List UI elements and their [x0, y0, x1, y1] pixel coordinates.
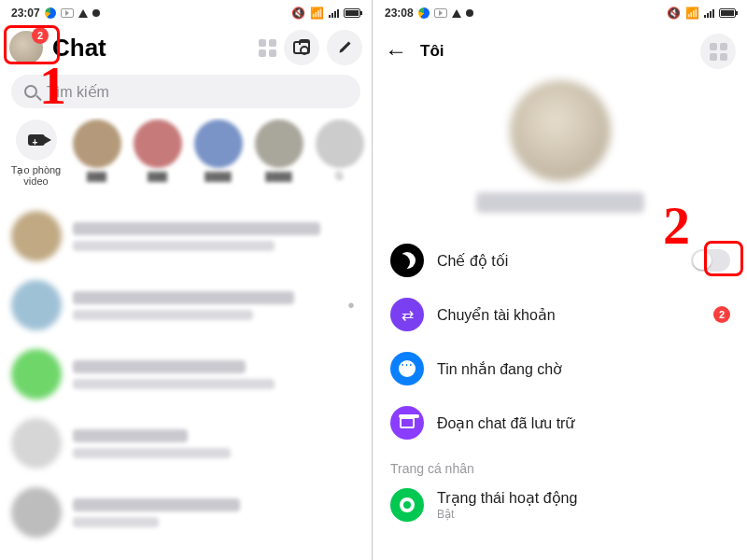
search-placeholder: Tìm kiếm [47, 83, 109, 101]
section-header: Trang cá nhân [390, 450, 730, 478]
moon-icon [390, 244, 424, 277]
active-status-row[interactable]: Trạng thái hoạt động Bật [390, 478, 730, 532]
story-item[interactable]: ███ [70, 119, 123, 192]
create-room-label: Tạo phòng video [9, 164, 63, 187]
status-bar: 23:07 🔇 📶 [0, 0, 372, 26]
archived-label: Đoạn chat đã lưu trữ [437, 414, 730, 432]
archive-icon [390, 406, 424, 440]
conversation-list: • [0, 202, 372, 547]
switch-account-row[interactable]: ⇄ Chuyển tài khoản 2 [390, 287, 730, 342]
active-status-icon [390, 488, 424, 522]
page-title: Chat [52, 34, 249, 63]
conversation-item[interactable]: • [9, 271, 362, 340]
app-icon [45, 7, 56, 19]
pending-messages-label: Tin nhắn đang chờ [437, 360, 730, 378]
video-icon: + [28, 134, 45, 146]
camera-icon [293, 41, 310, 54]
right-screenshot: 23:08 🔇 📶 ← Tôi Chế độ tối ⇄ Chuyển tà [374, 0, 747, 560]
pending-messages-row[interactable]: Tin nhắn đang chờ [390, 342, 730, 396]
mute-icon: 🔇 [291, 7, 305, 20]
apps-grid-icon[interactable] [259, 39, 276, 57]
conversation-item[interactable] [9, 409, 362, 478]
dark-mode-toggle[interactable] [691, 249, 730, 272]
pencil-icon [334, 37, 356, 59]
story-item[interactable]: ████ [252, 119, 305, 192]
create-room-button[interactable]: + Tạo phòng video [9, 119, 63, 187]
apps-grid-icon [710, 43, 727, 61]
stories-row: + Tạo phòng video ███ ███ ████ ████ G [0, 118, 372, 202]
switch-badge: 2 [713, 306, 730, 323]
story-item[interactable]: ████ [191, 119, 245, 192]
active-status-sub: Bật [437, 508, 577, 521]
search-icon [24, 85, 37, 98]
dot-icon [466, 9, 473, 17]
mute-icon: 🔇 [667, 7, 681, 20]
youtube-icon [61, 8, 74, 18]
battery-icon [344, 8, 360, 18]
archived-chats-row[interactable]: Đoạn chat đã lưu trữ [390, 396, 730, 450]
story-item[interactable]: ███ [131, 119, 184, 192]
story-item[interactable]: G [313, 119, 366, 192]
dark-mode-row[interactable]: Chế độ tối [390, 233, 730, 287]
conversation-item[interactable] [9, 478, 362, 547]
battery-icon [719, 8, 736, 18]
profile-avatar-large[interactable] [510, 80, 611, 181]
profile-section [374, 75, 747, 228]
wifi-icon: 📶 [310, 7, 324, 20]
chat-header: 2 Chat [0, 26, 372, 73]
signal-icon [329, 8, 339, 18]
compose-button[interactable] [327, 30, 362, 65]
active-status-label: Trạng thái hoạt động [437, 489, 577, 507]
page-title: Tôi [420, 42, 687, 61]
wifi-icon: 📶 [685, 7, 699, 20]
status-time: 23:07 [11, 7, 40, 20]
play-icon [78, 9, 88, 18]
back-button[interactable]: ← [385, 38, 407, 64]
conversation-item[interactable] [9, 340, 362, 409]
unread-dot-icon: • [342, 295, 360, 316]
play-icon [452, 9, 461, 18]
message-icon [390, 352, 424, 385]
status-bar: 23:08 🔇 📶 [374, 0, 747, 26]
switch-icon: ⇄ [390, 298, 424, 331]
signal-icon [704, 8, 714, 18]
status-time: 23:08 [385, 7, 414, 20]
profile-avatar[interactable]: 2 [9, 31, 43, 64]
camera-button[interactable] [284, 30, 319, 65]
youtube-icon [434, 8, 447, 18]
profile-name [476, 192, 644, 213]
conversation-item[interactable] [9, 202, 362, 271]
switch-account-label: Chuyển tài khoản [437, 306, 700, 324]
search-input[interactable]: Tìm kiếm [11, 75, 360, 108]
notification-badge: 2 [32, 27, 49, 44]
apps-button[interactable] [700, 34, 736, 69]
settings-list: Chế độ tối ⇄ Chuyển tài khoản 2 Tin nhắn… [374, 228, 747, 532]
dot-icon [92, 9, 100, 17]
app-icon [418, 7, 430, 19]
left-screenshot: 23:07 🔇 📶 2 Chat Tìm kiếm + Tạo [0, 0, 373, 560]
settings-header: ← Tôi [374, 26, 747, 75]
dark-mode-label: Chế độ tối [437, 252, 678, 270]
